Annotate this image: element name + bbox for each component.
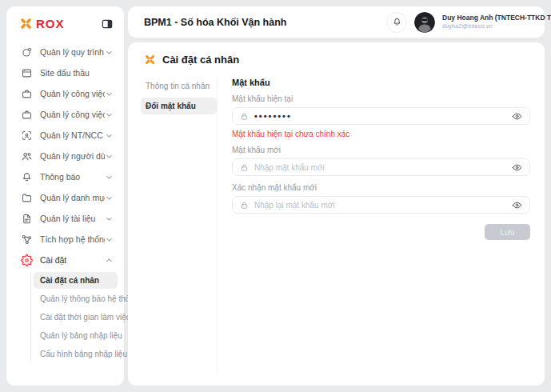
password-input-2 [232,196,530,214]
password-field-2[interactable] [254,201,506,210]
page-title-row: Cài đặt cá nhân [128,54,545,66]
eye-icon[interactable] [512,111,522,122]
chevron-down-icon [105,214,114,223]
sidebar-item-label: Quản lý NT/NCC [40,130,103,140]
chevron-down-icon [105,194,114,202]
sidebar-item-3[interactable]: Quản lý công việc [6,104,124,125]
sidebar-item-6[interactable]: Thông báo [6,166,124,187]
sidebar-item-label: Cài đặt [40,255,66,265]
user-name: Duy Hoang Anh (TNTECH-TTKD TKT... [442,14,537,22]
sidebar-item-label: Quản lý quy trình [40,47,104,57]
briefcase-icon [21,88,33,100]
sidebar-item-label: Quản lý người dùng [40,151,105,161]
briefcase-icon [21,109,33,121]
chevron-down-icon [105,235,114,244]
notification-bell-icon[interactable] [386,12,407,33]
sidebar-item-label: Thông báo [40,172,80,182]
chevron-down-icon [105,152,114,161]
sidebar-item-0[interactable]: Quản lý quy trình [6,42,124,62]
main-content: Cài đặt cá nhân Thông tin cá nhânĐổi mật… [128,42,545,386]
password-form: Mật khẩu Mật khẩu hiện tạiMật khẩu hiện … [218,78,545,372]
settings-tabs: Thông tin cá nhânĐổi mật khẩu [128,78,217,372]
sidebar-item-label: Tích hợp hệ thống [40,234,105,244]
sidebar-item-label: Site đấu thầu [40,68,90,78]
sidebar-item-7[interactable]: Quản lý danh mục [6,187,124,208]
tab-0[interactable]: Thông tin cá nhân [141,78,217,94]
sidebar-item-2[interactable]: Quản lý công việc [6,83,124,104]
chevron-down-icon [105,48,114,57]
users-icon [21,150,33,162]
sidebar-menu: Quản lý quy trìnhSite đấu thầuQuản lý cô… [6,37,124,362]
document-icon [21,213,33,225]
sidebar-item-4[interactable]: Quản lý NT/NCC [6,125,124,146]
submenu-item-1[interactable]: Quản lý thông báo hệ thống [34,290,118,307]
chevron-down-icon [105,90,114,98]
password-field-1[interactable] [254,163,506,172]
form-section-title: Mật khẩu [232,78,530,87]
page-title-icon [144,54,156,66]
page-header-title: BPM1 - Số hóa Khối Vận hành [144,17,286,28]
rox-logo-icon [19,17,33,30]
chevron-up-icon [105,256,114,265]
user-email: duyha2@tnteco.vn [442,22,537,30]
sidebar: ROX Quản lý quy trìnhSite đấu thầuQuản l… [6,6,124,386]
lock-icon [240,163,249,172]
settings-submenu: Cài đặt cá nhânQuản lý thông báo hệ thốn… [30,272,118,362]
password-field-0[interactable] [254,111,506,121]
logo-row: ROX [6,6,124,37]
site-icon [21,67,33,79]
bell-icon [21,171,33,183]
lock-icon [240,112,249,121]
integration-icon [21,234,33,246]
eye-icon[interactable] [512,162,522,173]
lock-icon [240,201,249,210]
sidebar-item-10[interactable]: Cài đặt [6,250,124,270]
page-title: Cài đặt cá nhân [162,54,239,66]
header-right: Duy Hoang Anh (TNTECH-TTKD TKT... duyha2… [386,12,537,33]
submenu-item-2[interactable]: Cài đặt thời gian làm việc [34,309,118,326]
password-input-0 [232,107,530,125]
submenu-item-0[interactable]: Cài đặt cá nhân [34,272,118,289]
sidebar-item-label: Quản lý công việc [40,110,105,119]
sidebar-item-label: Quản lý công việc [40,89,105,98]
sidebar-item-1[interactable]: Site đấu thầu [6,62,124,83]
vendor-scan-icon [21,130,33,142]
eye-icon[interactable] [512,200,522,210]
sidebar-item-5[interactable]: Quản lý người dùng [6,146,124,166]
save-button[interactable]: Lưu [485,224,530,240]
chevron-down-icon [105,173,114,182]
folder-icon [21,192,33,204]
field-label: Mật khẩu hiện tại [232,94,530,103]
field-label: Xác nhận mật khẩu mới [232,183,530,192]
sidebar-item-label: Quản lý tài liệu [40,214,95,223]
sidebar-item-label: Quản lý danh mục [40,193,105,202]
sidebar-toggle-icon[interactable] [101,18,114,30]
submenu-item-4[interactable]: Cấu hình bảng nhập liệu [34,346,118,362]
user-meta[interactable]: Duy Hoang Anh (TNTECH-TTKD TKT... duyha2… [442,14,537,31]
field-error: Mật khẩu hiện tại chưa chính xác [232,130,530,138]
field-label: Mật khẩu mới [232,146,530,154]
gear-icon [21,254,33,266]
password-input-1 [232,158,530,176]
submenu-item-3[interactable]: Quản lý bảng nhập liệu [34,327,118,344]
rox-logo-text: ROX [36,17,65,30]
workflow-icon [21,46,33,58]
top-header: BPM1 - Số hóa Khối Vận hành Duy Hoang An… [128,6,545,38]
sidebar-item-9[interactable]: Tích hợp hệ thống [6,229,124,250]
tab-1[interactable]: Đổi mật khẩu [141,98,217,114]
chevron-down-icon [105,131,114,140]
sidebar-item-8[interactable]: Quản lý tài liệu [6,208,124,229]
user-avatar[interactable] [414,12,435,33]
chevron-down-icon [105,110,114,119]
